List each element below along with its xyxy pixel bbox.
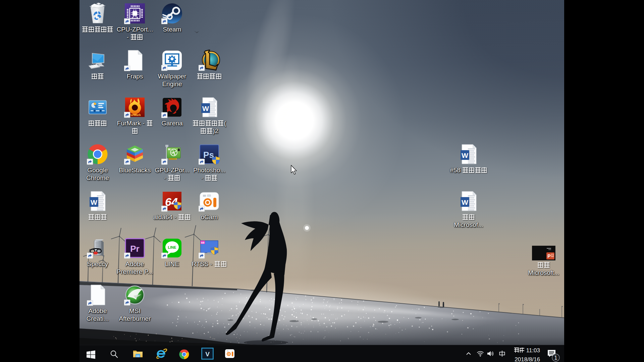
- svg-text:1: 1: [554, 355, 557, 361]
- svg-text:P: P: [547, 253, 550, 259]
- svg-text:W: W: [462, 152, 468, 159]
- svg-text:FurMark: FurMark: [129, 113, 141, 117]
- svg-text:Pr: Pr: [130, 244, 139, 254]
- svg-text:W: W: [202, 105, 209, 112]
- svg-text:LINE: LINE: [168, 245, 176, 249]
- svg-text:60: 60: [201, 241, 204, 245]
- svg-text:W: W: [91, 198, 97, 206]
- svg-text:V: V: [205, 351, 210, 358]
- svg-text:W: W: [462, 198, 468, 206]
